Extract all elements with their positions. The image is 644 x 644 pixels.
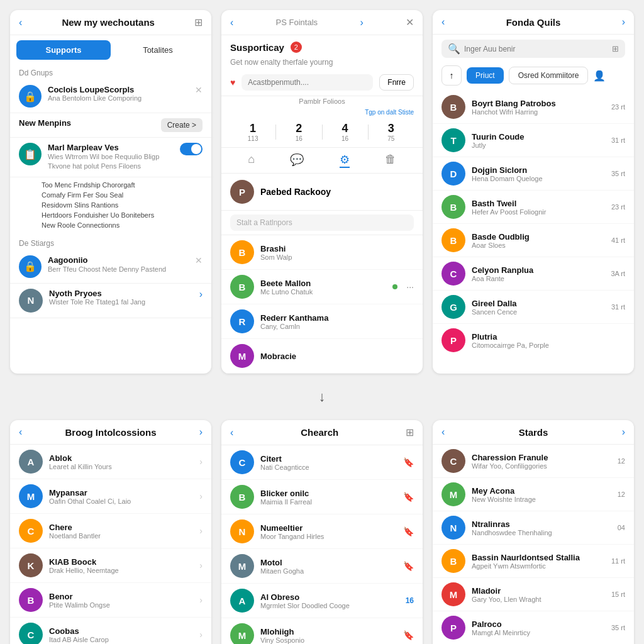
panel3-fwd-icon[interactable]: › bbox=[622, 16, 625, 28]
search-name-5: Mlohiigh bbox=[260, 627, 397, 636]
stat-4-label: 75 bbox=[369, 135, 414, 142]
stards-item-1[interactable]: M Mey Acona New Woishte Intrage 12 bbox=[433, 478, 634, 511]
search-name-1: Blicker onilc bbox=[260, 489, 397, 498]
people-avatar-1: T bbox=[441, 128, 465, 152]
panel3-back-icon[interactable]: ‹ bbox=[441, 16, 445, 28]
member-info-2: Beete Mallon Mc Lutno Chatuk bbox=[260, 279, 386, 296]
tab-trash-icon[interactable]: 🗑 bbox=[385, 153, 396, 168]
group-info-1: Coclois LoupeScorpls Ana Bentolom Like C… bbox=[48, 85, 189, 102]
stards-avatar-3: B bbox=[441, 549, 465, 573]
checkbox-item-5[interactable]: New Roole Connectionns bbox=[42, 220, 203, 230]
people-avatar-0: B bbox=[441, 95, 465, 119]
stards-avatar-0: C bbox=[441, 449, 465, 473]
people-meta-0: Boyrt Blang Patrobos Hanchot Wifri Harri… bbox=[472, 99, 605, 116]
search-sub-1: Maimia Il Farreal bbox=[260, 498, 397, 506]
search-item-3[interactable]: M Motol Mitaen Gogha 🔖 bbox=[221, 549, 423, 584]
b-panel2-menu-icon[interactable]: ⊞ bbox=[406, 426, 414, 438]
checkbox-item-2[interactable]: Comafy Firm Fer Sou Seal bbox=[42, 190, 203, 200]
modal-fwd-icon[interactable]: › bbox=[360, 17, 363, 28]
invite-sub: Pamblr Folioos bbox=[221, 96, 423, 106]
list-item-0[interactable]: A Ablok Learet al Killin Yours › bbox=[10, 445, 211, 479]
secondary-action-button[interactable]: Osred Kommiitore bbox=[509, 67, 589, 84]
members-title: Paebed Rackooy bbox=[260, 187, 331, 197]
group2-icon-1: 🔒 bbox=[19, 255, 42, 278]
avatar-mobracie: M bbox=[230, 344, 254, 368]
more-options-icon[interactable]: ··· bbox=[406, 282, 414, 292]
arrow-right-icon: › bbox=[199, 289, 203, 300]
group2-name-2: Nyoth Pryoes bbox=[49, 289, 193, 298]
b-back-icon-2[interactable]: ‹ bbox=[230, 427, 233, 438]
profile-icon[interactable]: 👤 bbox=[593, 70, 606, 82]
stards-item-2[interactable]: N Ntralinras Nandhoswdee Thenhaling 04 bbox=[433, 511, 634, 545]
tab-home-icon[interactable]: ⌂ bbox=[248, 153, 255, 168]
panel3-search-input[interactable] bbox=[464, 45, 608, 53]
modal-badge: 2 bbox=[291, 42, 302, 53]
people-name-3: Basth Tweil bbox=[472, 199, 605, 208]
checkbox-item-3[interactable]: Residovm Slins Rantions bbox=[42, 200, 203, 210]
list-item-3[interactable]: K KlAB Boock Drak Hellio, Neemtage › bbox=[10, 548, 211, 583]
tab-chat-icon[interactable]: 💬 bbox=[290, 153, 304, 168]
search-item-4[interactable]: A Al Obreso Mgrmlet Slor Doodled Cooge 1… bbox=[221, 584, 423, 618]
search-item-1[interactable]: B Blicker onilc Maimia Il Farreal 🔖 bbox=[221, 480, 423, 514]
chevron-icon-5: › bbox=[199, 630, 203, 640]
search-avatar-1: B bbox=[230, 485, 254, 509]
close-icon-1[interactable]: ✕ bbox=[195, 85, 203, 95]
people-time-1: 31 rt bbox=[611, 136, 625, 144]
panel1-menu-icon[interactable]: ⊞ bbox=[194, 16, 203, 28]
create-button[interactable]: Create > bbox=[161, 118, 203, 132]
group-item-1: 🔒 Coclois LoupeScorpls Ana Bentolom Like… bbox=[10, 80, 211, 113]
stards-item-5[interactable]: P Palroco Mamgt Al Meinrticy 35 rt bbox=[433, 611, 634, 644]
search-item-2[interactable]: N Numeeltier Moor Tangand Hirles 🔖 bbox=[221, 514, 423, 549]
modal-back-icon[interactable]: ‹ bbox=[230, 17, 233, 28]
panel-top-middle: ‹ PS Fointals › ✕ Susporticay 2 Get now … bbox=[221, 10, 423, 374]
back-arrow-icon[interactable]: ‹ bbox=[19, 17, 22, 28]
b-fwd-icon-1[interactable]: › bbox=[199, 426, 203, 438]
search-members-input[interactable]: Stalt a Ratlnpors bbox=[230, 214, 414, 231]
panel-top-right: ‹ Fonda Quils › 🔍 ⊞ ↑ Priuct Osred Kommi… bbox=[433, 10, 634, 374]
list-item-5[interactable]: C Coobas Itad AB Aisle Carop › bbox=[10, 618, 211, 644]
tab-supports[interactable]: Supports bbox=[16, 40, 111, 60]
tab-totalites[interactable]: Totalites bbox=[111, 40, 205, 60]
group-name-2: New Menpins bbox=[19, 118, 155, 128]
primary-action-button[interactable]: Priuct bbox=[467, 67, 504, 84]
stards-item-0[interactable]: C Charession Franule Wifar Yoo, Confilig… bbox=[433, 445, 634, 478]
people-role-4: Aoar Sloes bbox=[472, 242, 605, 249]
modal-close-icon[interactable]: ✕ bbox=[406, 16, 414, 28]
stards-role-1: New Woishte Intrage bbox=[472, 496, 611, 503]
list-name-0: Ablok bbox=[49, 453, 193, 463]
close-icon-g2[interactable]: ✕ bbox=[195, 255, 203, 265]
upload-button[interactable]: ↑ bbox=[441, 65, 462, 86]
people-time-5: 3A rt bbox=[611, 270, 625, 277]
b-back-icon-3[interactable]: ‹ bbox=[441, 426, 445, 438]
list-item-2[interactable]: C Chere Noetland Bantler › bbox=[10, 514, 211, 548]
search-item-5[interactable]: M Mlohiigh Viny Sosponio 🔖 bbox=[221, 618, 423, 644]
stards-avatar-2: N bbox=[441, 516, 465, 540]
people-name-0: Boyrt Blang Patrobos bbox=[472, 99, 605, 108]
stards-item-4[interactable]: M Mladoir Gary Yoo, Llen Wraght 15 rt bbox=[433, 578, 634, 611]
tab-settings-icon[interactable]: ⚙ bbox=[340, 153, 350, 168]
people-name-1: Tuurin Coude bbox=[472, 132, 605, 142]
stards-item-3[interactable]: B Bassin Naurldontsed Stallia Agpeit Ywm… bbox=[433, 545, 634, 578]
people-name-2: Dojgin Siclorn bbox=[472, 165, 605, 175]
stards-meta-4: Mladoir Gary Yoo, Llen Wraght bbox=[472, 586, 605, 603]
list-info-1: Mypansar Oafin Othal Coalel Ci, Laio bbox=[49, 488, 193, 505]
checkbox-item-1[interactable]: Too Menc Frndship Chororgaft bbox=[42, 180, 203, 190]
search-count-4: 16 bbox=[406, 596, 414, 605]
b-back-icon-1[interactable]: ‹ bbox=[19, 426, 22, 438]
b-fwd-icon-3[interactable]: › bbox=[622, 426, 625, 438]
filter-icon[interactable]: ⊞ bbox=[612, 44, 619, 53]
modal-subtitle: Get now enalty therfale yourng bbox=[221, 55, 423, 69]
checkbox-item-4[interactable]: Hertdoors Fonduisher Uo Bonitebers bbox=[42, 210, 203, 220]
list-sub-2: Noetland Bantler bbox=[49, 532, 193, 540]
search-item-0[interactable]: C Citert Nati Ceagnticce 🔖 bbox=[221, 445, 423, 480]
invite-button[interactable]: Fnrre bbox=[379, 74, 414, 91]
people-role-7: Citomocairrge Pa, Porple bbox=[472, 341, 625, 349]
avatar-rederrk: R bbox=[230, 309, 254, 333]
stards-meta-3: Bassin Naurldontsed Stallia Agpeit Ywm A… bbox=[472, 553, 605, 570]
stat-1-label: 113 bbox=[230, 135, 275, 142]
invite-input[interactable] bbox=[242, 74, 373, 91]
list-item-1[interactable]: M Mypansar Oafin Othal Coalel Ci, Laio › bbox=[10, 479, 211, 514]
stards-meta-1: Mey Acona New Woishte Intrage bbox=[472, 486, 611, 503]
toggle-switch[interactable] bbox=[180, 143, 203, 155]
list-item-4[interactable]: B Benor Ptite Walimb Ongse › bbox=[10, 583, 211, 618]
